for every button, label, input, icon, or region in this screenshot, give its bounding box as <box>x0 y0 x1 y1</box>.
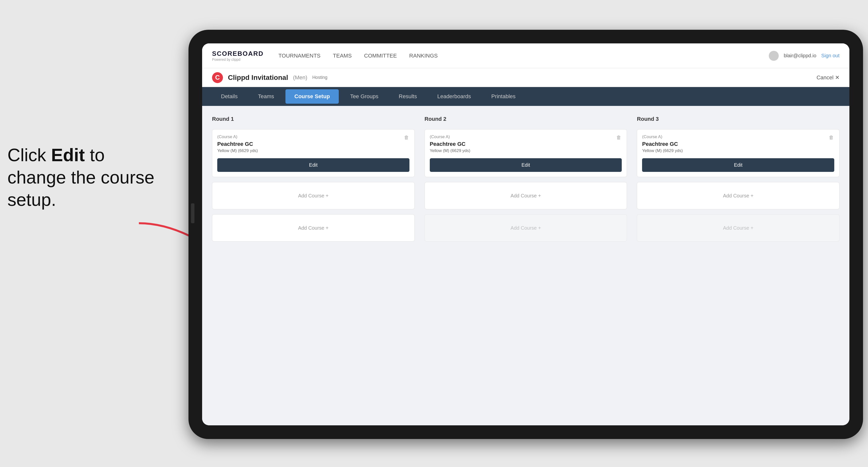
round-3-course-card: 🗑 (Course A) Peachtree GC Yellow (M) (66… <box>637 129 839 177</box>
round-2-delete-icon[interactable]: 🗑 <box>615 133 623 142</box>
cancel-button[interactable]: Cancel ✕ <box>816 74 839 81</box>
tab-course-setup[interactable]: Course Setup <box>285 89 339 104</box>
round-3-course-label: (Course A) <box>642 134 834 139</box>
round-3-column: Round 3 🗑 (Course A) Peachtree GC Yellow… <box>637 116 839 242</box>
round-3-edit-button[interactable]: Edit <box>642 158 834 172</box>
round-3-add-course-2: Add Course + <box>637 214 839 242</box>
round-2-column: Round 2 🗑 (Course A) Peachtree GC Yellow… <box>425 116 627 242</box>
app-container: SCOREBOARD Powered by clippd TOURNAMENTS… <box>202 43 849 425</box>
rounds-grid: Round 1 🗑 (Course A) Peachtree GC Yellow… <box>212 116 839 242</box>
round-3-course-name: Peachtree GC <box>642 141 834 147</box>
tab-teams[interactable]: Teams <box>249 89 283 104</box>
app-title: SCOREBOARD <box>212 50 264 58</box>
round-1-delete-icon[interactable]: 🗑 <box>403 133 410 142</box>
instruction-text: Click Edit to change the course setup. <box>7 144 156 211</box>
round-3-course-details: Yellow (M) (6629 yds) <box>642 148 834 153</box>
tournament-info: C Clippd Invitational (Men) Hosting <box>212 72 328 83</box>
round-2-course-name: Peachtree GC <box>430 141 622 147</box>
round-2-add-course-2: Add Course + <box>425 214 627 242</box>
tablet-screen: SCOREBOARD Powered by clippd TOURNAMENTS… <box>202 43 849 425</box>
nav-teams[interactable]: TEAMS <box>333 53 352 59</box>
tab-tee-groups[interactable]: Tee Groups <box>341 89 388 104</box>
nav-tournaments[interactable]: TOURNAMENTS <box>279 53 321 59</box>
round-3-title: Round 3 <box>637 116 839 122</box>
round-1-edit-button[interactable]: Edit <box>217 158 409 172</box>
round-2-course-details: Yellow (M) (6629 yds) <box>430 148 622 153</box>
tab-bar: Details Teams Course Setup Tee Groups Re… <box>202 87 849 106</box>
user-avatar <box>769 51 779 61</box>
round-2-edit-button[interactable]: Edit <box>430 158 622 172</box>
nav-committee[interactable]: COMMITTEE <box>364 53 397 59</box>
round-1-course-details: Yellow (M) (6629 yds) <box>217 148 409 153</box>
round-2-course-card: 🗑 (Course A) Peachtree GC Yellow (M) (66… <box>425 129 627 177</box>
nav-links: TOURNAMENTS TEAMS COMMITTEE RANKINGS <box>279 53 438 59</box>
round-3-delete-icon[interactable]: 🗑 <box>827 133 835 142</box>
tab-printables[interactable]: Printables <box>483 89 525 104</box>
top-navigation: SCOREBOARD Powered by clippd TOURNAMENTS… <box>202 43 849 68</box>
tab-leaderboards[interactable]: Leaderboards <box>428 89 480 104</box>
round-1-title: Round 1 <box>212 116 415 122</box>
user-email: blair@clippd.io <box>784 53 816 59</box>
tablet-side-button <box>191 204 194 223</box>
tournament-name: Clippd Invitational <box>228 74 288 82</box>
sub-header: C Clippd Invitational (Men) Hosting Canc… <box>202 68 849 87</box>
clippd-icon: C <box>212 72 223 83</box>
round-1-add-course-2[interactable]: Add Course + <box>212 214 415 242</box>
nav-left: SCOREBOARD Powered by clippd TOURNAMENTS… <box>212 50 438 62</box>
round-1-course-label: (Course A) <box>217 134 409 139</box>
round-1-column: Round 1 🗑 (Course A) Peachtree GC Yellow… <box>212 116 415 242</box>
tab-results[interactable]: Results <box>390 89 426 104</box>
round-2-add-course-1[interactable]: Add Course + <box>425 182 627 209</box>
round-1-course-name: Peachtree GC <box>217 141 409 147</box>
main-content: Round 1 🗑 (Course A) Peachtree GC Yellow… <box>202 106 849 425</box>
hosting-badge: Hosting <box>312 75 328 80</box>
nav-right: blair@clippd.io Sign out <box>769 51 839 61</box>
tournament-gender: (Men) <box>293 74 307 81</box>
round-1-add-course-1[interactable]: Add Course + <box>212 182 415 209</box>
tablet-shell: SCOREBOARD Powered by clippd TOURNAMENTS… <box>188 30 863 439</box>
round-3-add-course-1[interactable]: Add Course + <box>637 182 839 209</box>
tab-details[interactable]: Details <box>212 89 247 104</box>
sign-out-link[interactable]: Sign out <box>822 53 839 59</box>
nav-rankings[interactable]: RANKINGS <box>409 53 438 59</box>
round-2-course-label: (Course A) <box>430 134 622 139</box>
round-2-title: Round 2 <box>425 116 627 122</box>
scoreboard-logo: SCOREBOARD Powered by clippd <box>212 50 264 62</box>
powered-by-text: Powered by clippd <box>212 58 264 62</box>
round-1-course-card: 🗑 (Course A) Peachtree GC Yellow (M) (66… <box>212 129 415 177</box>
